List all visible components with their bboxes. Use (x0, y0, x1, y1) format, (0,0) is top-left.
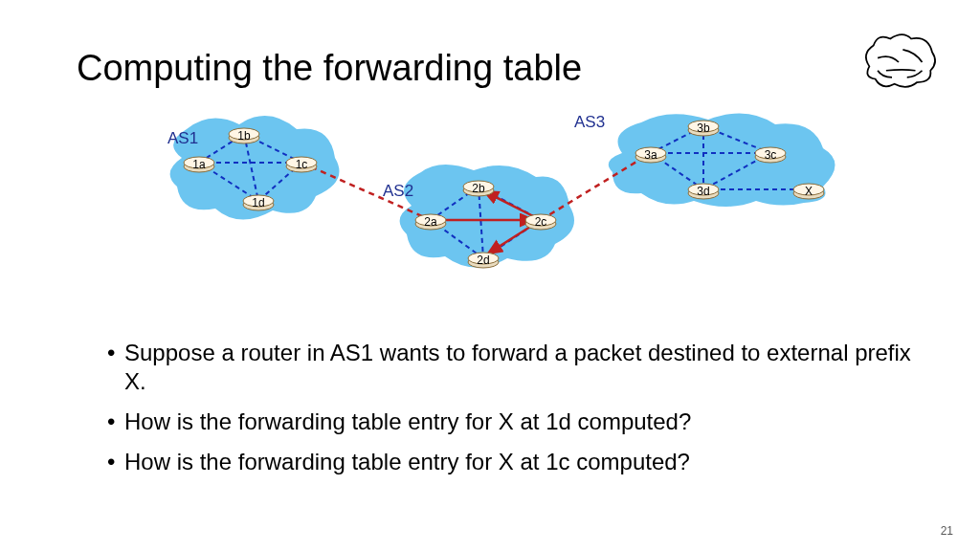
svg-point-30 (243, 195, 274, 207)
svg-point-24 (184, 157, 214, 168)
svg-point-38 (468, 253, 499, 264)
label-as3: AS3 (574, 113, 605, 132)
svg-point-46 (688, 184, 719, 195)
svg-point-26 (229, 128, 259, 140)
slide: Computing the forwarding table (0, 0, 980, 551)
svg-point-36 (525, 214, 556, 226)
svg-point-42 (688, 121, 719, 132)
svg-point-28 (286, 157, 317, 168)
bullet-list: Suppose a router in AS1 wants to forward… (69, 339, 923, 488)
svg-point-48 (793, 184, 824, 195)
svg-point-44 (755, 147, 786, 159)
svg-point-34 (463, 181, 494, 192)
slide-title: Computing the forwarding table (77, 48, 582, 89)
label-as2: AS2 (383, 182, 413, 201)
network-diagram: AS1 AS2 AS3 1a 1b 1c 1d 2a 2b 2c 2d 3a 3… (144, 105, 852, 297)
page-number: 21 (941, 524, 953, 538)
brain-icon (856, 29, 942, 96)
bullet-3: How is the forwarding table entry for X … (107, 448, 923, 476)
svg-point-40 (635, 147, 666, 159)
svg-point-32 (415, 214, 446, 226)
bullet-2: How is the forwarding table entry for X … (107, 408, 923, 436)
bullet-1: Suppose a router in AS1 wants to forward… (107, 339, 923, 396)
label-as1: AS1 (167, 129, 198, 148)
